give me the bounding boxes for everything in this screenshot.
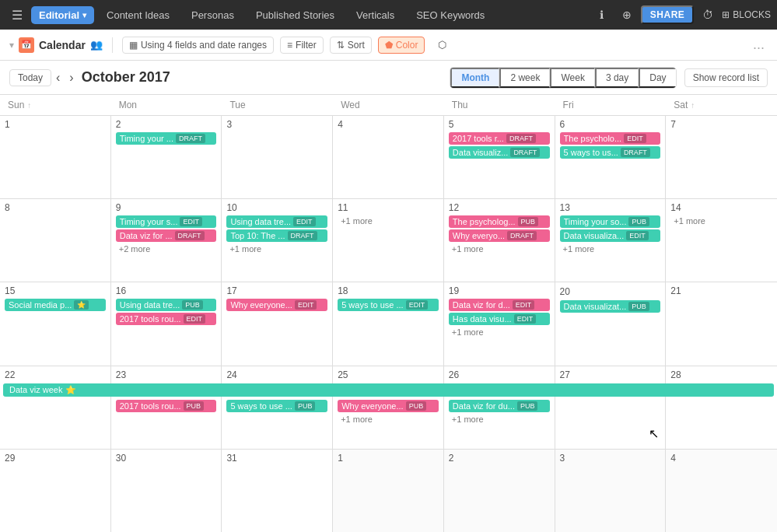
day-4-7[interactable]: 28 [666,366,777,449]
event-2-2-2[interactable]: Data viz for ... DRAFT [116,229,217,242]
event-2-2-1[interactable]: Timing your s... EDIT [116,215,217,228]
more-events-link[interactable]: +1 more [449,327,550,338]
more-button[interactable]: ... [750,37,768,53]
day-4-3[interactable]: 245 ways to use ... PUB [222,366,333,449]
nav-tab-content-ideas[interactable]: Content Ideas [97,6,179,24]
day-4-5[interactable]: 26Data viz for du... PUB+1 more [444,366,555,449]
info-icon[interactable]: ℹ [591,4,613,26]
plus-icon[interactable]: ⊕ [616,4,638,26]
day-3-2[interactable]: 16Using data tre... PUB2017 tools rou...… [111,282,222,365]
more-events-link[interactable]: +1 more [338,215,439,226]
nav-tab-verticals[interactable]: Verticals [347,6,404,24]
day-3-3[interactable]: 17Why everyone... EDIT [222,282,333,365]
day-5-4[interactable]: 1 [333,450,444,532]
event-2-6-2[interactable]: Data visualiza... EDIT [560,229,661,242]
day-3-4[interactable]: 185 ways to use ... EDIT [333,282,444,365]
event-4-3-1[interactable]: 5 ways to use ... PUB [226,400,327,412]
hamburger-icon[interactable]: ☰ [6,4,28,26]
view-month-button[interactable]: Month [450,68,499,88]
share-button[interactable]: SHARE [641,5,695,24]
more-events-link[interactable]: +1 more [338,414,439,425]
event-3-5-1[interactable]: Data viz for d... EDIT [449,299,550,311]
dow-sort-icon-sun[interactable]: ↑ [27,101,31,110]
next-month-button[interactable]: › [65,71,78,85]
event-1-6-1[interactable]: The psycholo... EDIT [560,132,661,145]
day-5-1[interactable]: 29 [0,450,111,532]
external-link-icon[interactable]: ⬡ [431,34,453,56]
sort-button[interactable]: ⇅ Sort [330,37,372,54]
event-3-1-1[interactable]: Social media p... ⭐ [5,299,106,311]
view-3day-button[interactable]: 3 day [595,68,639,88]
day-2-7[interactable]: 14+1 more [666,199,777,282]
day-1-1[interactable]: 1 [0,116,111,198]
day-3-1[interactable]: 15Social media p... ⭐ [0,282,111,365]
event-4-2-1[interactable]: 2017 tools rou... PUB [116,400,217,412]
day-3-6[interactable]: 20+Data visualizat... PUB [555,282,667,365]
event-2-5-1[interactable]: The psycholog... PUB [449,215,550,228]
day-5-6[interactable]: 3 [555,450,667,532]
today-button[interactable]: Today [9,69,51,86]
day-2-6[interactable]: 13Timing your so... PUBData visualiza...… [555,199,667,282]
event-3-2-2[interactable]: 2017 tools rou... EDIT [116,313,217,325]
event-2-5-2[interactable]: Why everyо... DRAFT [449,229,550,242]
view-2week-button[interactable]: 2 week [499,68,550,88]
more-events-link[interactable]: +1 more [560,243,661,254]
day-4-4[interactable]: 25Why everyone... PUB+1 more [333,366,444,449]
team-icon[interactable]: 👥 [90,39,103,51]
view-day-button[interactable]: Day [639,68,675,88]
day-1-3[interactable]: 3 [222,116,333,198]
event-1-5-2[interactable]: Data visualiz... DRAFT [449,146,550,159]
day-3-5[interactable]: 19Data viz for d... EDITHas data visu...… [444,282,555,365]
nav-tab-published-stories[interactable]: Published Stories [247,6,344,24]
event-4-4-1[interactable]: Why everyone... PUB [338,400,439,412]
view-week-button[interactable]: Week [550,68,594,88]
event-2-6-1[interactable]: Timing your so... PUB [560,215,661,228]
prev-month-button[interactable]: ‹ [51,71,65,85]
event-1-6-2[interactable]: 5 ways to us... DRAFT [560,146,661,159]
app-name-button[interactable]: Editorial ▾ [31,6,94,24]
event-3-6-1[interactable]: Data visualizat... PUB [560,300,661,313]
day-1-7[interactable]: 7 [666,116,777,198]
day-1-2[interactable]: 2Timing your ... DRAFT [111,116,222,198]
more-events-link[interactable]: +2 more [116,243,217,254]
day-5-3[interactable]: 31 [222,450,333,532]
span-event[interactable]: Data viz week ⭐ [3,383,774,397]
day-2-4[interactable]: 11+1 more [333,199,444,282]
more-events-link[interactable]: +1 more [670,215,772,226]
more-events-link[interactable]: +1 more [226,243,327,254]
event-3-4-1[interactable]: 5 ways to use ... EDIT [338,299,439,311]
filter-button[interactable]: ≡ Filter [280,37,324,54]
show-record-list-button[interactable]: Show record list [684,68,768,87]
day-1-4[interactable]: 4 [333,116,444,198]
day-2-3[interactable]: 10Using data tre... EDITTop 10: The ... … [222,199,333,282]
day-4-2[interactable]: 232017 tools rou... PUB [111,366,222,449]
day-4-6[interactable]: 27↖ [555,366,667,449]
day-2-1[interactable]: 8 [0,199,111,282]
day-3-7[interactable]: 21 [666,282,777,365]
day-1-5[interactable]: 52017 tools r... DRAFTData visualiz... D… [444,116,555,198]
event-4-5-1[interactable]: Data viz for du... PUB [449,400,550,412]
blocks-button[interactable]: ⊞ BLOCKS [722,9,771,20]
day-4-1[interactable]: 22 [0,366,111,449]
color-button[interactable]: ⬟ Color [378,37,425,54]
day-2-5[interactable]: 12The psycholog... PUBWhy everyо... DRAF… [444,199,555,282]
event-3-5-2[interactable]: Has data visu... EDIT [449,313,550,325]
day-5-2[interactable]: 30 [111,450,222,532]
event-2-3-1[interactable]: Using data tre... EDIT [226,215,327,228]
day-5-5[interactable]: 2 [444,450,555,532]
day-2-2[interactable]: 9Timing your s... EDITData viz for ... D… [111,199,222,282]
nav-tab-seo[interactable]: SEO Keywords [407,6,494,24]
event-3-3-1[interactable]: Why everyone... EDIT [226,299,327,311]
nav-tab-personas[interactable]: Personas [182,6,243,24]
event-3-2-1[interactable]: Using data tre... PUB [116,299,217,311]
dow-sort-icon-sat[interactable]: ↑ [691,101,695,110]
event-1-2-1[interactable]: Timing your ... DRAFT [116,132,217,145]
day-1-6[interactable]: 6The psycholo... EDIT5 ways to us... DRA… [555,116,667,198]
day-5-7[interactable]: 4 [666,450,777,532]
event-1-5-1[interactable]: 2017 tools r... DRAFT [449,132,550,145]
more-events-link[interactable]: +1 more [449,414,550,425]
more-events-link[interactable]: +1 more [449,243,550,254]
toggle-icon[interactable]: ▾ [9,40,14,51]
history-icon[interactable]: ⏱ [697,4,719,26]
event-2-3-2[interactable]: Top 10: The ... DRAFT [226,229,327,242]
